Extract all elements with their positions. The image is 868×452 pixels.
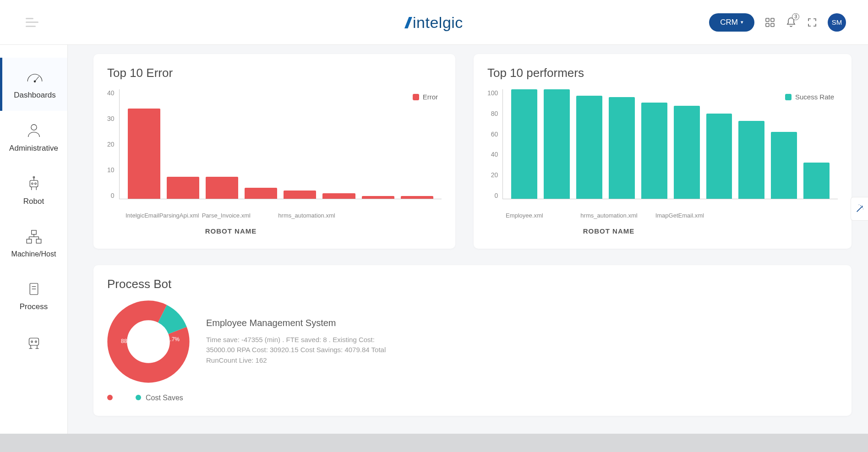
svg-rect-0	[766, 18, 769, 22]
bar	[511, 89, 537, 199]
bar	[401, 196, 433, 199]
sidebar-item-label: Dashboards	[14, 91, 56, 100]
svg-point-8	[31, 183, 33, 185]
error-x-label: ROBOT NAME	[107, 227, 355, 235]
sidebar: Dashboards Administrative Robot Machine/…	[0, 45, 68, 452]
sidebar-item-machine-host[interactable]: Machine/Host	[0, 217, 67, 269]
bar	[706, 114, 732, 199]
process-legend: Cost Saves	[107, 394, 838, 402]
bar	[609, 97, 635, 199]
bar	[206, 177, 238, 199]
sidebar-item-administrative[interactable]: Administrative	[0, 111, 67, 164]
logo-slashes-icon: //	[405, 14, 408, 32]
sidebar-item-extra[interactable]	[0, 322, 67, 351]
fullscreen-icon[interactable]	[807, 17, 818, 28]
donut-pct-b: 11.7%	[164, 336, 180, 343]
network-icon	[24, 228, 44, 245]
sidebar-item-label: Machine/Host	[11, 250, 56, 258]
performers-x-label: ROBOT NAME	[487, 227, 730, 235]
legend-dot-icon	[136, 395, 141, 400]
bar	[167, 177, 199, 199]
notifications-icon[interactable]: 3	[786, 17, 797, 28]
sidebar-item-dashboards[interactable]: Dashboards	[0, 58, 67, 111]
y-tick: 10	[107, 166, 115, 174]
topbar: // intelgic CRM ▾ 3 SM	[0, 0, 868, 45]
legend-dot-icon	[107, 395, 113, 400]
process-subtitle: Employee Management System	[206, 318, 399, 328]
error-y-axis: 40 30 20 10 0	[107, 89, 119, 199]
bar	[362, 196, 394, 199]
svg-rect-3	[771, 23, 774, 27]
y-tick: 30	[107, 115, 115, 122]
y-tick: 0	[111, 192, 115, 199]
y-tick: 40	[107, 89, 115, 97]
bot-outline-icon	[24, 333, 44, 351]
card-title: Process Bot	[107, 277, 838, 291]
bar	[245, 188, 277, 199]
process-text: Employee Management System Time save: -4…	[206, 318, 399, 366]
gauge-icon	[25, 69, 44, 86]
bar	[738, 121, 764, 199]
svg-point-5	[34, 81, 36, 82]
error-x-ticks: IntelgicEmailParsingApi.xml Parse_Invoic…	[107, 212, 355, 219]
crm-label: CRM	[720, 18, 738, 27]
card-title: Top 10 Error	[107, 66, 442, 80]
x-tick: hrms_automation.xml	[278, 212, 355, 219]
svg-point-6	[31, 125, 36, 130]
process-detail: Time save: -47355 (min) . FTE saved: 8 .…	[206, 335, 399, 366]
y-tick: 80	[491, 110, 498, 117]
apps-grid-icon[interactable]	[764, 17, 775, 28]
y-tick: 40	[491, 151, 498, 158]
x-tick: IntelgicEmailParsingApi.xml	[126, 212, 202, 219]
crm-dropdown[interactable]: CRM ▾	[709, 13, 754, 32]
brand-text: intelgic	[413, 14, 463, 32]
bar	[322, 193, 355, 199]
x-tick: ImapGetEmail.xml	[655, 212, 730, 219]
x-tick: Employee.xml	[506, 212, 580, 219]
chevron-down-icon: ▾	[741, 19, 743, 25]
svg-point-9	[34, 183, 36, 185]
svg-rect-16	[36, 239, 41, 243]
bar	[674, 106, 700, 199]
x-tick: hrms_automation.xml	[580, 212, 655, 219]
svg-point-26	[35, 341, 37, 343]
bar	[771, 132, 797, 199]
bottom-strip	[0, 434, 868, 452]
notification-badge: 3	[792, 13, 799, 20]
bar	[641, 103, 667, 199]
process-donut-chart: 88.3% 11.7%	[107, 300, 190, 383]
bar	[284, 191, 316, 199]
bar	[128, 109, 160, 199]
svg-rect-1	[771, 18, 774, 22]
sidebar-item-label: Robot	[23, 197, 44, 206]
svg-rect-15	[27, 239, 32, 243]
card-top10-performers: Top 10 performers Sucess Rate 100 80 60 …	[474, 54, 852, 249]
legend-label: Cost Saves	[146, 394, 183, 402]
avatar[interactable]: SM	[828, 13, 846, 32]
avatar-initials: SM	[832, 18, 842, 26]
brand-logo: // intelgic	[405, 0, 463, 45]
y-tick: 0	[495, 192, 498, 199]
sidebar-item-robot[interactable]: Robot	[0, 164, 67, 217]
svg-point-25	[31, 341, 33, 343]
magic-wand-tab[interactable]	[851, 197, 868, 221]
y-tick: 20	[107, 141, 115, 148]
sidebar-item-process[interactable]: Process	[0, 269, 67, 322]
topbar-right: CRM ▾ 3 SM	[709, 13, 846, 32]
card-top10-error: Top 10 Error Error 40 30 20 10 0	[93, 54, 455, 249]
svg-rect-24	[29, 338, 38, 345]
bar	[576, 96, 602, 199]
menu-toggle-icon[interactable]	[26, 18, 38, 27]
x-tick: Parse_Invoice.xml	[202, 212, 278, 219]
bar	[803, 163, 830, 199]
performers-chart: Sucess Rate 100 80 60 40 20 0	[487, 89, 838, 208]
sidebar-item-label: Process	[20, 302, 48, 311]
sidebar-item-label: Administrative	[9, 144, 58, 153]
y-tick: 60	[491, 131, 498, 138]
performers-x-ticks: Employee.xml hrms_automation.xml ImapGet…	[487, 212, 730, 219]
donut-pct-a: 88.3%	[121, 338, 136, 344]
svg-rect-14	[31, 230, 36, 234]
bar	[544, 89, 570, 199]
user-admin-icon	[24, 122, 44, 139]
svg-rect-2	[766, 23, 769, 27]
